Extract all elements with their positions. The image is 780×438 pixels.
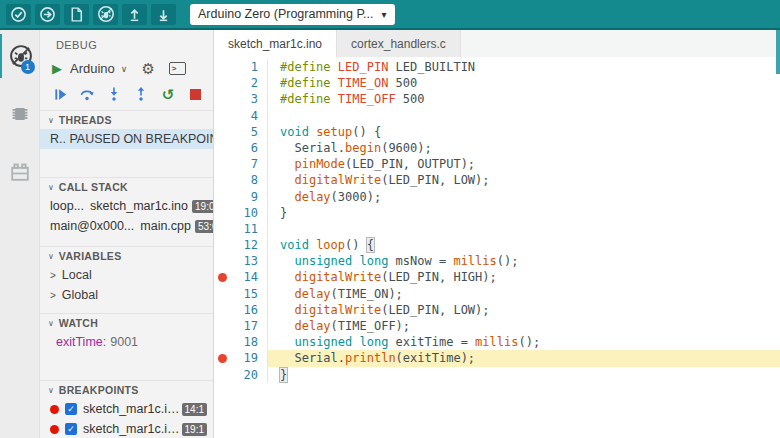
call-stack-frame[interactable]: main@0x000...main.cpp53:0	[40, 216, 213, 236]
breakpoint-position-badge: 14:1	[182, 403, 207, 416]
editor-scrollbar-thumb[interactable]	[776, 30, 780, 74]
debug-config-select[interactable]: Arduino ∨	[70, 61, 127, 76]
threads-header[interactable]: ∨ THREADS	[40, 111, 213, 129]
code-token: Serial.	[280, 141, 345, 155]
code-text[interactable]: digitalWrite(LED_PIN, LOW);	[267, 172, 780, 188]
breakpoint-gutter[interactable]	[214, 334, 231, 350]
breakpoints-header[interactable]: ∨ BREAKPOINTS	[40, 381, 213, 399]
breakpoint-gutter[interactable]	[214, 302, 231, 318]
breakpoint-gutter[interactable]	[214, 156, 231, 172]
code-text[interactable]: delay(3000);	[267, 189, 780, 205]
breakpoint-gutter[interactable]	[214, 124, 231, 140]
new-sketch-button[interactable]	[64, 4, 89, 25]
code-token: LED_PIN	[338, 60, 389, 74]
code-text[interactable]: void setup() {	[267, 124, 780, 140]
start-debug-button[interactable]: ▶	[52, 61, 62, 76]
breakpoint-gutter[interactable]	[214, 59, 231, 75]
code-text[interactable]	[267, 108, 780, 124]
export-button[interactable]	[122, 4, 147, 25]
code-token: println	[345, 351, 396, 365]
code-token: ();	[518, 335, 540, 349]
breakpoint-gutter[interactable]	[214, 286, 231, 302]
breakpoint-gutter[interactable]	[214, 91, 231, 107]
stop-button[interactable]	[187, 86, 203, 102]
code-token: TIME_ON	[338, 76, 389, 90]
code-text[interactable]: digitalWrite(LED_PIN, HIGH);	[267, 269, 780, 285]
breakpoint-gutter[interactable]	[214, 367, 231, 383]
variables-list: >Local>Global	[40, 265, 213, 305]
breakpoint-gutter[interactable]	[214, 205, 231, 221]
call-stack-frame[interactable]: loop...sketch_mar1c.ino19:0	[40, 196, 213, 216]
breakpoint-row[interactable]: ✓sketch_mar1c.in...14:1	[40, 399, 213, 419]
watch-header[interactable]: ∨ WATCH	[40, 314, 213, 332]
code-line: 20}	[214, 367, 780, 383]
debug-settings-button[interactable]: ⚙	[141, 61, 154, 76]
verify-button[interactable]	[6, 4, 31, 25]
breakpoint-gutter[interactable]	[214, 189, 231, 205]
line-number: 6	[231, 140, 267, 156]
code-token	[331, 92, 338, 106]
verify-icon	[10, 6, 27, 23]
breakpoint-checkbox[interactable]: ✓	[65, 403, 77, 415]
code-token	[280, 157, 294, 171]
code-line: 1#define LED_PIN LED_BUILTIN	[214, 59, 780, 75]
scope-name: Local	[62, 268, 92, 282]
restart-button[interactable]: ↺	[160, 86, 176, 102]
activity-item-debug[interactable]: 1	[0, 34, 40, 78]
breakpoint-gutter[interactable]	[214, 221, 231, 237]
code-text[interactable]: digitalWrite(LED_PIN, LOW);	[267, 302, 780, 318]
breakpoint-row[interactable]: ✓sketch_mar1c.in...19:1	[40, 419, 213, 438]
code-text[interactable]: }	[267, 367, 780, 383]
code-text[interactable]: }	[267, 205, 780, 221]
breakpoint-gutter[interactable]	[214, 140, 231, 156]
variables-header[interactable]: ∨ VARIABLES	[40, 247, 213, 265]
code-text[interactable]: pinMode(LED_PIN, OUTPUT);	[267, 156, 780, 172]
activity-item-library-manager[interactable]	[0, 150, 40, 194]
step-over-button[interactable]	[79, 86, 95, 102]
code-token: 500	[396, 92, 425, 106]
breakpoint-gutter[interactable]	[214, 350, 231, 366]
upload-button[interactable]	[35, 4, 60, 25]
line-number: 18	[231, 334, 267, 350]
tab-cortex-handlers-c[interactable]: cortex_handlers.c	[337, 30, 461, 57]
breakpoint-gutter[interactable]	[214, 269, 231, 285]
code-text[interactable]: unsigned long exitTime = millis();	[267, 334, 780, 350]
step-into-button[interactable]	[106, 86, 122, 102]
breakpoint-gutter[interactable]	[214, 75, 231, 91]
code-text[interactable]: delay(TIME_ON);	[267, 286, 780, 302]
code-text[interactable]: Serial.println(exitTime);	[267, 350, 780, 366]
code-text[interactable]: #define TIME_ON 500	[267, 75, 780, 91]
code-text[interactable]: #define LED_PIN LED_BUILTIN	[267, 59, 780, 75]
code-token: delay	[294, 287, 330, 301]
watch-row[interactable]: exitTime: 9001	[40, 332, 213, 352]
breakpoint-dot-icon	[50, 425, 59, 434]
tab-sketch-mar1c-ino[interactable]: sketch_mar1c.ino	[214, 30, 337, 57]
code-text[interactable]: delay(TIME_OFF);	[267, 318, 780, 334]
thread-row[interactable]: R.. PAUSED ON BREAKPOINT	[40, 129, 213, 149]
code-line: 2#define TIME_ON 500	[214, 75, 780, 91]
breakpoint-gutter[interactable]	[214, 108, 231, 124]
breakpoint-gutter[interactable]	[214, 318, 231, 334]
call-stack-header[interactable]: ∨ CALL STACK	[40, 178, 213, 196]
code-text[interactable]: #define TIME_OFF 500	[267, 91, 780, 107]
breakpoint-gutter[interactable]	[214, 172, 231, 188]
breakpoint-gutter[interactable]	[214, 253, 231, 269]
continue-button[interactable]	[52, 86, 68, 102]
line-number: 9	[231, 189, 267, 205]
board-selector-dropdown[interactable]: Arduino Zero (Programming P... ▾	[190, 4, 395, 25]
code-line: 18 unsigned long exitTime = millis();	[214, 334, 780, 350]
step-out-button[interactable]	[133, 86, 149, 102]
activity-item-boards-manager[interactable]	[0, 92, 40, 136]
code-text[interactable]: Serial.begin(9600);	[267, 140, 780, 156]
code-text[interactable]: void loop() {	[267, 237, 780, 253]
import-button[interactable]	[151, 4, 176, 25]
code-text[interactable]: unsigned long msNow = millis();	[267, 253, 780, 269]
code-text[interactable]	[267, 221, 780, 237]
debug-button[interactable]	[93, 4, 118, 25]
debug-console-button[interactable]: >	[169, 62, 186, 75]
breakpoint-checkbox[interactable]: ✓	[65, 423, 77, 435]
code-token: #define	[280, 60, 331, 74]
variables-scope-row[interactable]: >Local	[40, 265, 213, 285]
variables-scope-row[interactable]: >Global	[40, 285, 213, 305]
breakpoint-gutter[interactable]	[214, 237, 231, 253]
